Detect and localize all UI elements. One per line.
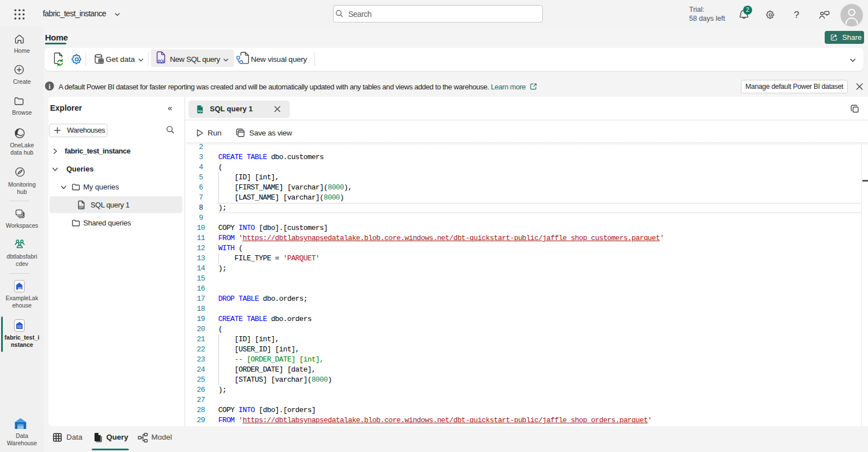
svg-text:SQL: SQL	[197, 110, 203, 112]
svg-text:SQL: SQL	[79, 205, 84, 209]
svg-text:SQL: SQL	[158, 59, 165, 64]
